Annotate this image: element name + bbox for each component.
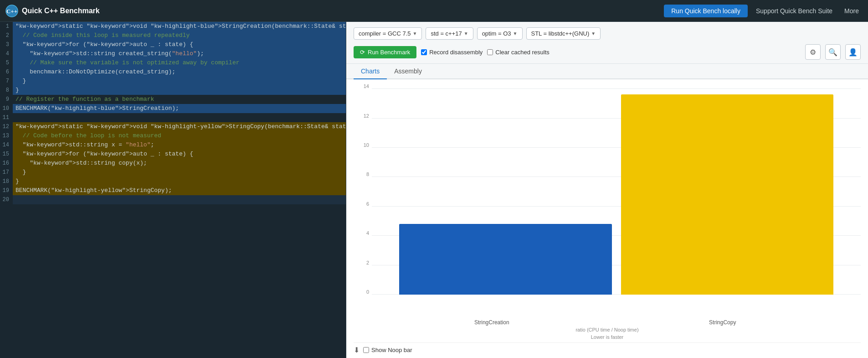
line-number: 7 <box>0 77 13 86</box>
user-icon-button[interactable]: 👤 <box>845 44 861 60</box>
bar-stringcopy <box>621 94 834 295</box>
brand-text: Quick C++ Benchmark <box>22 7 100 15</box>
line-number: 12 <box>0 122 13 131</box>
chart-bar-label-stringcreation: StringCreation <box>428 319 555 326</box>
subtitle-line1: ratio (CPU time / Noop time) <box>575 327 638 332</box>
line-content: BENCHMARK("kw-highlight-blue">StringCrea… <box>13 104 346 113</box>
tab-assembly[interactable]: Assembly <box>387 64 429 79</box>
show-noop-label: Show Noop bar <box>371 347 412 353</box>
line-content: // Code before the loop is not measured <box>13 131 346 140</box>
run-btn-label: Run Benchmark <box>368 49 410 56</box>
line-number: 14 <box>0 140 13 150</box>
optim-label: optim = O3 <box>482 30 511 37</box>
code-line-10: 10BENCHMARK("kw-highlight-blue">StringCr… <box>0 104 346 113</box>
y-tick: 6 <box>354 202 372 207</box>
search-icon: 🔍 <box>828 48 837 57</box>
optim-dropdown[interactable]: optim = O3 ▼ <box>477 27 523 40</box>
run-options-row: ⟳ Run Benchmark Record disassembly Clear… <box>354 44 861 60</box>
right-panel: compiler = GCC 7.5 ▼ std = c++17 ▼ optim… <box>346 22 868 358</box>
line-number: 19 <box>0 186 13 195</box>
code-line-7: 7 } <box>0 77 346 86</box>
line-number: 15 <box>0 150 13 159</box>
code-line-6: 6 benchmark::DoNotOptimize(created_strin… <box>0 67 346 77</box>
chart-container: 02468101214 <box>354 84 861 317</box>
line-number: 1 <box>0 22 13 31</box>
code-line-19: 19BENCHMARK("kw-highlight-yellow">String… <box>0 186 346 195</box>
gear-icon: ⚙ <box>810 48 816 57</box>
code-line-17: 17 } <box>0 168 346 177</box>
std-label: std = c++17 <box>431 30 462 37</box>
line-content: // Code inside this loop is measured rep… <box>13 31 346 40</box>
line-number: 2 <box>0 31 13 40</box>
clear-cache-checkbox-label[interactable]: Clear cached results <box>487 49 550 56</box>
compiler-options-row: compiler = GCC 7.5 ▼ std = c++17 ▼ optim… <box>354 27 861 40</box>
show-noop-checkbox[interactable] <box>363 347 369 353</box>
svg-text:C++: C++ <box>6 8 17 15</box>
chart-subtitle: ratio (CPU time / Noop time) Lower is fa… <box>354 326 861 342</box>
bar-wrapper-stringcopy <box>621 88 834 295</box>
line-number: 18 <box>0 177 13 186</box>
line-number: 11 <box>0 113 13 122</box>
settings-icon-button[interactable]: ⚙ <box>805 44 821 60</box>
more-button[interactable]: More <box>841 5 863 16</box>
bars-row <box>372 88 861 295</box>
line-content: "kw-keyword">std::string copy(x); <box>13 159 346 168</box>
show-noop-checkbox-label[interactable]: Show Noop bar <box>363 347 412 353</box>
compiler-dropdown-arrow: ▼ <box>413 31 417 36</box>
run-locally-button[interactable]: Run Quick Bench locally <box>664 5 748 17</box>
clear-cache-label: Clear cached results <box>495 49 550 56</box>
stl-dropdown[interactable]: STL = libstdc++(GNU) ▼ <box>526 27 601 40</box>
std-dropdown[interactable]: std = c++17 ▼ <box>426 27 473 40</box>
run-benchmark-button[interactable]: ⟳ Run Benchmark <box>354 46 416 58</box>
main-layout: 1"kw-keyword">static "kw-keyword">void "… <box>0 22 868 358</box>
support-button[interactable]: Support Quick Bench Suite <box>752 5 836 16</box>
compiler-dropdown[interactable]: compiler = GCC 7.5 ▼ <box>354 27 422 40</box>
y-tick: 4 <box>354 231 372 236</box>
clear-cache-checkbox[interactable] <box>487 49 493 55</box>
record-disassembly-checkbox-label[interactable]: Record disassembly <box>421 49 483 56</box>
line-content: "kw-keyword">static "kw-keyword">void "k… <box>13 122 346 131</box>
code-line-4: 4 "kw-keyword">std::string created_strin… <box>0 49 346 58</box>
code-line-11: 11 <box>0 113 346 122</box>
line-number: 13 <box>0 131 13 140</box>
line-number: 8 <box>0 86 13 95</box>
chart-labels: StringCreationStringCopy <box>354 317 861 326</box>
y-tick: 12 <box>354 114 372 119</box>
code-line-2: 2 // Code inside this loop is measured r… <box>0 31 346 40</box>
tab-charts[interactable]: Charts <box>354 64 387 79</box>
line-content: "kw-keyword">for ("kw-keyword">auto _ : … <box>13 150 346 159</box>
line-content: benchmark::DoNotOptimize(created_string)… <box>13 67 346 77</box>
code-line-1: 1"kw-keyword">static "kw-keyword">void "… <box>0 22 346 31</box>
run-icon: ⟳ <box>360 49 365 56</box>
bar-wrapper-stringcreation <box>399 88 612 295</box>
line-number: 17 <box>0 168 13 177</box>
line-number: 4 <box>0 49 13 58</box>
brand: C++ Quick C++ Benchmark <box>5 5 659 17</box>
line-content: "kw-keyword">for ("kw-keyword">auto _ : … <box>13 40 346 49</box>
stl-label: STL = libstdc++(GNU) <box>531 30 590 37</box>
download-icon[interactable]: ⬇ <box>354 346 360 354</box>
stl-dropdown-arrow: ▼ <box>591 31 596 36</box>
line-content: } <box>13 77 346 86</box>
subtitle-line2: Lower is faster <box>591 334 624 340</box>
line-content: } <box>13 177 346 186</box>
record-disassembly-checkbox[interactable] <box>421 49 427 55</box>
chart-plot <box>372 88 861 295</box>
compiler-label: compiler = GCC 7.5 <box>359 30 411 37</box>
code-editor[interactable]: 1"kw-keyword">static "kw-keyword">void "… <box>0 22 346 358</box>
line-content: } <box>13 86 346 95</box>
chart-bar-label-stringcopy: StringCopy <box>659 319 786 326</box>
navbar: C++ Quick C++ Benchmark Run Quick Bench … <box>0 0 868 22</box>
line-number: 5 <box>0 58 13 67</box>
code-line-9: 9// Register the function as a benchmark <box>0 95 346 104</box>
line-content <box>13 195 346 204</box>
chart-area: 02468101214 StringCreationStringCopy rat… <box>346 79 868 358</box>
line-content: // Register the function as a benchmark <box>13 95 346 104</box>
search-icon-button[interactable]: 🔍 <box>825 44 841 60</box>
code-line-15: 15 "kw-keyword">for ("kw-keyword">auto _… <box>0 150 346 159</box>
line-content: BENCHMARK("kw-highlight-yellow">StringCo… <box>13 186 346 195</box>
y-tick: 0 <box>354 290 372 295</box>
code-line-13: 13 // Code before the loop is not measur… <box>0 131 346 140</box>
line-number: 6 <box>0 67 13 77</box>
code-line-18: 18} <box>0 177 346 186</box>
